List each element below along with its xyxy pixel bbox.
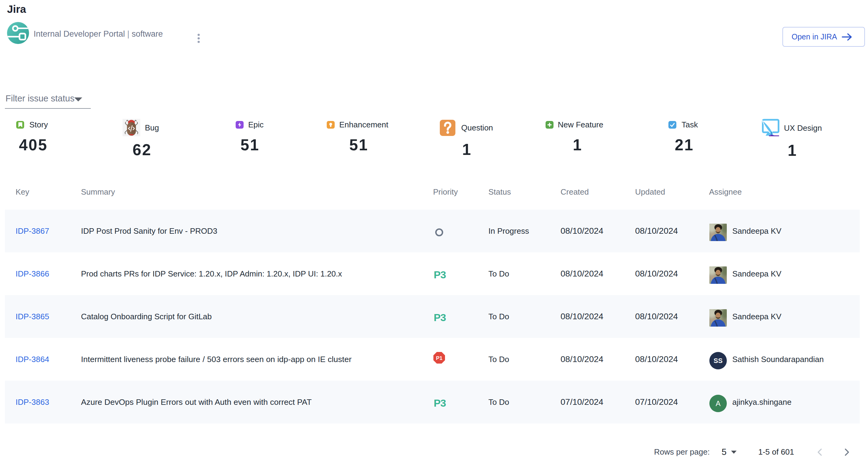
svg-text:A: A bbox=[715, 399, 720, 407]
svg-text:P1: P1 bbox=[436, 355, 442, 361]
svg-text:SS: SS bbox=[714, 357, 722, 364]
